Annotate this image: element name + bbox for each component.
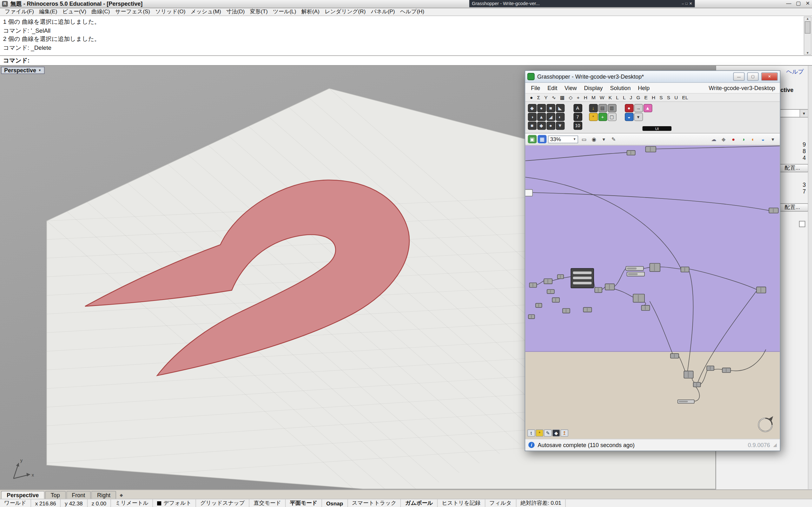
palette-icon[interactable]: ▥ (607, 104, 616, 112)
gh-node[interactable] (769, 208, 778, 213)
gh-node[interactable] (595, 287, 602, 292)
pen-tool-icon[interactable]: ✎ (544, 429, 552, 437)
palette-icon[interactable]: ● (624, 104, 633, 112)
command-history-scrollbar[interactable]: ▲ ▼ (804, 16, 812, 55)
viewport-label[interactable]: Perspective ▼ (1, 67, 44, 74)
bg-minimize-icon[interactable]: – (682, 2, 684, 6)
gh-category-tab[interactable]: E (642, 95, 650, 101)
zoom-caret-icon[interactable]: ▼ (573, 137, 576, 141)
gh-node[interactable] (707, 366, 714, 371)
preview-shaded-icon[interactable]: ◐ (749, 135, 758, 143)
status-pane[interactable]: 平面モード (286, 499, 322, 507)
tag-icon[interactable]: ◆ (719, 135, 728, 143)
menu-item[interactable]: レンダリング(R) (322, 8, 368, 15)
cloud-icon[interactable]: ☁ (709, 135, 718, 143)
menu-item[interactable]: 曲線(C) (89, 8, 112, 15)
gh-category-tab[interactable]: U (672, 95, 680, 101)
palette-icon[interactable]: ▲ (643, 104, 652, 112)
palette-icon[interactable]: ◣ (556, 104, 564, 112)
menu-item[interactable]: ヘルプ(H) (398, 8, 427, 15)
status-pane[interactable]: スマートトラック (348, 499, 401, 507)
scroll-up-icon[interactable]: ▲ (806, 17, 809, 20)
gh-category-tab[interactable]: K (606, 95, 614, 101)
right-panel-scrollbar[interactable] (808, 66, 812, 489)
scroll-down-icon[interactable]: ▼ (806, 51, 809, 55)
gh-category-tab[interactable]: G (634, 95, 642, 101)
gh-menu-item[interactable]: Help (634, 85, 653, 91)
gh-node[interactable] (558, 275, 564, 279)
gh-category-tab[interactable]: H (581, 95, 589, 101)
status-pane[interactable]: ガムボール (401, 499, 438, 507)
gh-node[interactable] (670, 353, 679, 358)
gh-category-tab[interactable]: + (575, 95, 581, 101)
gh-canvas[interactable]: t*✎◆↥ (525, 145, 780, 439)
menu-item[interactable]: ソリッド(O) (153, 8, 188, 15)
gh-maximize-button[interactable]: ▢ (747, 72, 759, 80)
gh-menu-item[interactable]: Display (580, 85, 606, 91)
gh-node[interactable] (605, 284, 614, 290)
status-pane[interactable]: 直交モード (249, 499, 286, 507)
gh-slider-node[interactable] (678, 400, 694, 403)
paint-canvas-icon[interactable]: ✎ (609, 135, 618, 143)
status-pane[interactable]: フィルタ (485, 499, 516, 507)
gh-category-tab[interactable]: EL (680, 95, 690, 101)
palette-icon[interactable]: ◆ (528, 104, 537, 112)
menu-item[interactable]: ツール(L) (270, 8, 299, 15)
viewport-tab[interactable]: Front (66, 491, 91, 498)
palette-icon[interactable]: ◒ (624, 113, 633, 121)
gh-slider-node[interactable] (626, 266, 644, 271)
gh-node[interactable] (563, 308, 570, 313)
palette-icon[interactable]: ◆ (537, 121, 546, 130)
menu-item[interactable]: 解析(A) (299, 8, 322, 15)
palette-icon[interactable]: * (589, 113, 598, 121)
gh-node[interactable] (646, 147, 656, 152)
gh-node[interactable] (544, 279, 552, 284)
gh-menu-item[interactable]: File (527, 85, 544, 91)
grasshopper-window[interactable]: Grasshopper - Write-gcode-ver3-Desktop* … (525, 70, 780, 451)
gh-node[interactable] (525, 189, 532, 196)
menu-item[interactable]: パネル(P) (368, 8, 398, 15)
palette-icon[interactable]: → (634, 104, 643, 112)
gh-node[interactable] (633, 294, 645, 302)
palette-icon[interactable]: ● (546, 121, 555, 130)
gh-category-tab[interactable]: S (665, 95, 672, 101)
gh-menu-item[interactable]: Solution (606, 85, 634, 91)
gh-panel-node[interactable] (571, 269, 594, 288)
gh-node[interactable] (722, 368, 730, 373)
layer-pane[interactable]: デフォルト (153, 499, 196, 507)
units-pane[interactable]: ミリメートル (111, 499, 153, 507)
background-window-titlebar[interactable]: Grasshopper - Write-gcode-ver... – □ ✕ (469, 0, 695, 7)
palette-icon[interactable]: ◑ (528, 113, 537, 121)
gh-document-name[interactable]: Write-gcode-ver3-Desktop (709, 85, 778, 91)
menu-item[interactable]: ビュー(V) (60, 8, 89, 15)
gh-node[interactable] (552, 298, 559, 302)
palette-icon[interactable]: ▤ (598, 104, 607, 112)
gh-category-tab[interactable]: L (621, 95, 628, 101)
sketch-tool-icon[interactable]: t (527, 429, 535, 437)
menu-item[interactable]: ファイル(F) (2, 8, 37, 15)
resize-grip[interactable]: ◢ (773, 442, 777, 447)
gh-node[interactable] (684, 371, 693, 378)
palette-icon[interactable]: + (598, 113, 607, 121)
palette-icon[interactable]: ● (537, 104, 546, 112)
gh-compass-icon[interactable] (759, 416, 773, 432)
menu-item[interactable]: メッシュ(M) (188, 8, 224, 15)
palette-icon[interactable]: ■ (546, 104, 555, 112)
status-pane[interactable]: 絶対許容差: 0.01 (516, 499, 566, 507)
palette-icon[interactable]: ▾ (634, 113, 643, 121)
menu-item[interactable]: 変形(T) (247, 8, 270, 15)
viewport-tab-menu-icon[interactable]: ◆ (120, 493, 123, 499)
preview-wire-icon[interactable]: ◑ (739, 135, 748, 143)
gh-slider-node[interactable] (627, 272, 645, 276)
gh-category-tab[interactable]: ◇ (567, 95, 575, 101)
gh-menu-item[interactable]: View (561, 85, 581, 91)
gh-category-tab[interactable]: H (650, 95, 657, 101)
gh-node[interactable] (757, 287, 766, 293)
gh-category-tab[interactable]: ● (528, 95, 535, 101)
palette-icon[interactable]: ■ (528, 121, 537, 130)
gh-wire[interactable] (701, 370, 708, 384)
palette-icon[interactable]: ▲ (537, 113, 546, 121)
viewport-tab[interactable]: Perspective (1, 491, 44, 498)
gh-close-button[interactable]: ✕ (761, 72, 778, 80)
background-window-buttons[interactable]: – □ ✕ (682, 2, 692, 6)
